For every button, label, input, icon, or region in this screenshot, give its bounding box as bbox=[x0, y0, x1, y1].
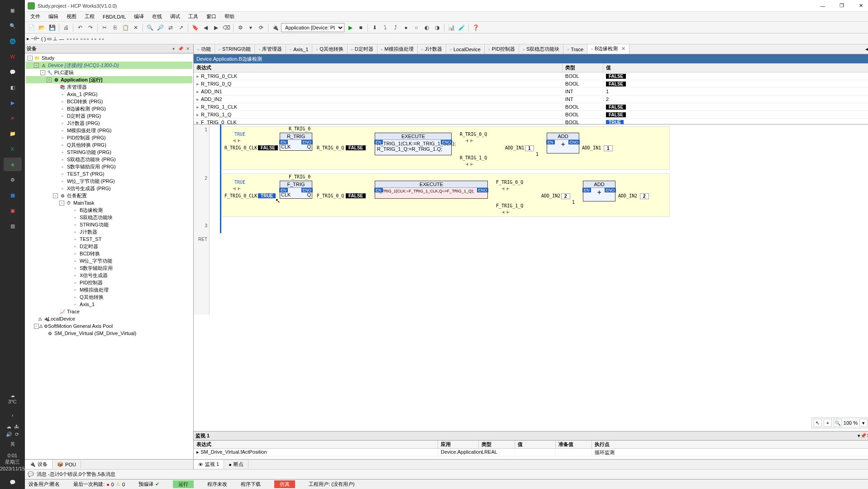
editor-tab[interactable]: ▫ 功能 bbox=[194, 44, 215, 54]
wechat-icon[interactable]: 💬 bbox=[4, 65, 22, 79]
contact-ftrig1q[interactable]: ⊣ ⊢ bbox=[501, 210, 510, 215]
tree-item[interactable]: -⚠ ⚙SoftMotion General Axis Pool bbox=[26, 322, 192, 330]
menu-帮助[interactable]: 帮助 bbox=[221, 12, 238, 21]
edge-icon[interactable]: 🌐 bbox=[4, 34, 22, 48]
tree-item[interactable]: ▫J计数器 bbox=[26, 228, 192, 235]
ld-wire-button[interactable]: — bbox=[59, 36, 64, 42]
tree-item[interactable]: ▫STRING功能 (PRG) bbox=[26, 149, 192, 156]
cut-button[interactable]: ✂ bbox=[100, 23, 109, 32]
start-run-button[interactable]: ▶ bbox=[346, 23, 355, 32]
tree-item[interactable]: ▫X信号生成器 bbox=[26, 272, 192, 279]
message-bar[interactable]: 💬 消息 -总计0个错误,0个警告,5条消息 bbox=[25, 469, 868, 479]
cursor-tool-button[interactable]: ↖ bbox=[814, 419, 822, 427]
paste-button[interactable]: 📋 bbox=[121, 23, 130, 32]
app5-icon[interactable]: ▣ bbox=[4, 204, 22, 217]
panel-dropdown-button[interactable]: ▾ bbox=[170, 45, 177, 53]
zoom-dropdown-button[interactable]: ▾ bbox=[859, 419, 868, 427]
editor-tab[interactable]: ▫ Trace bbox=[563, 44, 587, 54]
editor-tab[interactable]: ▫ B边缘检测 ✕ bbox=[587, 44, 630, 54]
weather-info[interactable]: ☁3°C bbox=[8, 391, 16, 407]
net-icon[interactable]: 🖧 bbox=[14, 424, 19, 430]
minimize-button[interactable]: — bbox=[814, 1, 832, 10]
ime-badge[interactable]: 英 bbox=[10, 439, 15, 449]
app6-icon[interactable]: ▥ bbox=[4, 219, 22, 233]
tree-item[interactable]: ▫J计数器 (PRG) bbox=[26, 120, 192, 127]
tree-item[interactable]: -⚙Application [运行] bbox=[26, 76, 192, 83]
tree-item[interactable]: ▫W位_字节功能 (PRG) bbox=[26, 177, 192, 185]
fb-add-1[interactable]: ADD EN ENO + bbox=[547, 133, 579, 153]
tree-item[interactable]: ▫Q其他转换 (PRG) bbox=[26, 141, 192, 149]
panel-pin-button[interactable]: 📌 bbox=[177, 45, 184, 53]
find2-button[interactable]: 🔎 bbox=[156, 23, 165, 32]
editor-tab[interactable]: ▫ Axis_1 bbox=[286, 44, 312, 54]
bp3-button[interactable]: ◐ bbox=[422, 23, 431, 32]
help-button[interactable]: ❓ bbox=[471, 23, 480, 32]
var-row[interactable]: ▸F_TRIG_0_CLKBOOLTRUE bbox=[194, 119, 868, 124]
panel-close-button[interactable]: ✕ bbox=[184, 45, 191, 53]
redo-button[interactable]: ↷ bbox=[86, 23, 95, 32]
save-button[interactable]: 💾 bbox=[48, 23, 57, 32]
bookmark-button[interactable]: 🔖 bbox=[191, 23, 200, 32]
menu-编辑[interactable]: 编辑 bbox=[45, 12, 62, 21]
tree-item[interactable]: ▫Axis_1 (PRG) bbox=[26, 91, 192, 98]
watch-pin-button[interactable]: 📌 bbox=[860, 433, 867, 439]
ld-t9-button[interactable]: ▫ bbox=[95, 36, 96, 42]
clock-info[interactable]: 0:01星期三2023/11/15 bbox=[0, 451, 25, 474]
tree-item[interactable]: ▫D定时器 (PRG) bbox=[26, 112, 192, 120]
ld-cursor-button[interactable]: ▸ bbox=[27, 36, 29, 42]
ld-t3-button[interactable]: ▫ bbox=[73, 36, 75, 42]
cloud-icon[interactable]: ☁ bbox=[6, 424, 11, 430]
delete-button[interactable]: ✕ bbox=[131, 23, 140, 32]
editor-tab[interactable]: ▫ S双稳态功能块 bbox=[519, 44, 563, 54]
add-tool-button[interactable]: + bbox=[824, 419, 832, 427]
replace-button[interactable]: ⇄ bbox=[166, 23, 175, 32]
ladder-canvas[interactable]: 1 2 3 RET TRUE ⊣ ⊢ R_TRIG_0_CLK FALSE R_… bbox=[194, 125, 868, 431]
close-button[interactable]: ✕ bbox=[852, 1, 868, 10]
tree-item[interactable]: 📈Trace bbox=[26, 308, 192, 315]
contact-rtrig1q[interactable]: ⊣ ⊢ bbox=[465, 162, 473, 167]
tree-item[interactable]: ▫B边缘检测 bbox=[26, 206, 192, 214]
goto-button[interactable]: ↗ bbox=[176, 23, 186, 32]
tree-item[interactable]: ⚠ 🔌LocalDevice bbox=[26, 315, 192, 322]
col-expression[interactable]: 表达式 bbox=[194, 63, 563, 72]
ld-t10-button[interactable]: ▫ bbox=[99, 36, 101, 42]
tree-item[interactable]: ▫BCD转换 (PRG) bbox=[26, 98, 192, 105]
step-into-button[interactable]: ⬇ bbox=[370, 23, 379, 32]
menu-工具[interactable]: 工具 bbox=[185, 12, 202, 21]
ld-contact-button[interactable]: ⊣⊢ bbox=[31, 36, 40, 42]
open-button[interactable]: 📂 bbox=[37, 23, 46, 32]
new-button[interactable]: 📄 bbox=[27, 23, 36, 32]
menu-在线[interactable]: 在线 bbox=[148, 12, 166, 21]
tree-item[interactable]: ▫W位_字节功能 bbox=[26, 257, 192, 264]
fb-add-2[interactable]: ADD EN ENO + bbox=[583, 181, 615, 201]
editor-tab[interactable]: ▫ LocalDevice bbox=[446, 44, 485, 54]
menu-窗口[interactable]: 窗口 bbox=[203, 12, 220, 21]
tree-item[interactable]: ▫X信号生成器 (PRG) bbox=[26, 185, 192, 192]
ld-t6-button[interactable]: ▫ bbox=[84, 36, 86, 42]
var-row[interactable]: ▸R_TRIG_1_CLKBOOLFALSE bbox=[194, 103, 868, 111]
zoom-tool-button[interactable]: 🔍 bbox=[834, 419, 842, 427]
maximize-button[interactable]: ❐ bbox=[833, 1, 851, 10]
fb-ftrig[interactable]: F_TRIG EN ENO CLK Q bbox=[280, 181, 312, 199]
ld-coil-button[interactable]: ( ) bbox=[41, 36, 46, 42]
excel-icon[interactable]: X bbox=[4, 142, 22, 156]
trace-button[interactable]: 📊 bbox=[447, 23, 456, 32]
editor-tab[interactable]: ▫ PID控制器 bbox=[485, 44, 519, 54]
var-row[interactable]: ▸R_TRIG_0_CLKBOOLFALSE bbox=[194, 72, 868, 80]
build2-button[interactable]: ▾ bbox=[246, 23, 255, 32]
tab-breakpoints[interactable]: ● 断点 bbox=[224, 460, 248, 469]
menu-视图[interactable]: 视图 bbox=[63, 12, 80, 21]
tree-item[interactable]: ▫D定时器 bbox=[26, 243, 192, 250]
editor-tab[interactable]: ▫ Q其他转换 bbox=[312, 44, 347, 54]
tree-item[interactable]: ▫S数学辅助应用 (PRG) bbox=[26, 163, 192, 170]
app1-icon[interactable]: ◧ bbox=[4, 81, 22, 94]
tabs-prev-button[interactable]: ◀ bbox=[865, 46, 868, 52]
tree-item[interactable]: ▫STRING功能 bbox=[26, 221, 192, 228]
step-over-button[interactable]: ⤵ bbox=[381, 23, 390, 32]
print-button[interactable]: 🖨 bbox=[62, 23, 71, 32]
bm-prev-button[interactable]: ◀ bbox=[201, 23, 210, 32]
stop-run-button[interactable]: ■ bbox=[356, 23, 365, 32]
tab-devices[interactable]: 🔌 设备 bbox=[25, 460, 52, 469]
tree-item[interactable]: ▫Axis_1 bbox=[26, 301, 192, 308]
tree-item[interactable]: ▫S双稳态功能块 (PRG) bbox=[26, 156, 192, 163]
